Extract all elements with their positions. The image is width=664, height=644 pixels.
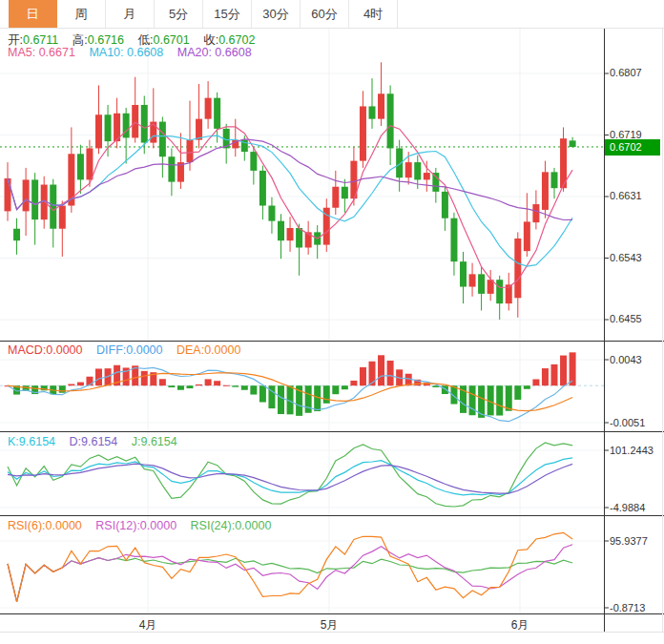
tab-5min[interactable]: 5分 bbox=[155, 0, 203, 28]
last-price-tag: 0.6702 bbox=[605, 139, 660, 156]
tab-4hour[interactable]: 4时 bbox=[349, 0, 398, 28]
rsi6-label: RSI(6): bbox=[8, 519, 46, 532]
chart-area: 日 周 月 5分 15分 30分 60分 4时 开:0.6711 高:0.671… bbox=[0, 0, 664, 644]
dea-label: DEA: bbox=[176, 343, 204, 357]
tab-30min[interactable]: 30分 bbox=[252, 0, 301, 28]
open-label: 开: bbox=[8, 33, 23, 47]
rsi24-label: RSI(24): bbox=[191, 519, 236, 532]
rsi12-value: 0.0000 bbox=[140, 519, 176, 532]
tab-60min[interactable]: 60分 bbox=[301, 0, 349, 28]
diff-value: 0.0000 bbox=[126, 343, 162, 357]
tab-month[interactable]: 月 bbox=[106, 0, 155, 28]
d-value: 9.6154 bbox=[81, 435, 117, 448]
y-tick-main: 0.6543 bbox=[610, 252, 642, 263]
macd-label: MACD: bbox=[8, 343, 46, 357]
macd-value: 0.0000 bbox=[46, 343, 82, 357]
open-value: 0.6711 bbox=[23, 33, 58, 47]
y-tick-main: 0.6455 bbox=[610, 313, 642, 324]
chart-canvas[interactable] bbox=[0, 0, 664, 644]
tab-15min[interactable]: 15分 bbox=[203, 0, 252, 28]
y-tick-macd: 0.0043 bbox=[610, 354, 642, 365]
close-label: 收: bbox=[203, 33, 218, 47]
k-label: K: bbox=[8, 435, 19, 448]
tab-day[interactable]: 日 bbox=[9, 0, 57, 28]
d-label: D: bbox=[70, 435, 82, 448]
kdj-legend: K:9.6154 D:9.6154 J:9.6154 bbox=[8, 435, 188, 448]
low-value: 0.6701 bbox=[153, 33, 189, 47]
low-label: 低: bbox=[137, 33, 153, 47]
ma10-label: MA10: bbox=[89, 46, 123, 59]
j-value: 9.6154 bbox=[140, 435, 176, 448]
y-tick-macd: -0.0051 bbox=[610, 417, 645, 428]
y-tick-kdj: -4.9884 bbox=[610, 502, 645, 513]
high-label: 高: bbox=[73, 33, 88, 47]
dea-value: 0.0000 bbox=[204, 343, 240, 357]
x-label-may: 5月 bbox=[321, 617, 339, 634]
ma5-value: 0.6671 bbox=[39, 46, 75, 59]
x-label-june: 6月 bbox=[511, 617, 529, 634]
close-value: 0.6702 bbox=[218, 33, 255, 47]
y-tick-rsi: -0.8713 bbox=[610, 602, 645, 613]
diff-label: DIFF: bbox=[96, 343, 126, 357]
rsi-legend: RSI(6):0.0000 RSI(12):0.0000 RSI(24):0.0… bbox=[8, 519, 281, 532]
tab-week[interactable]: 周 bbox=[57, 0, 106, 28]
y-tick-rsi: 95.9377 bbox=[610, 535, 648, 547]
ma10-value: 0.6608 bbox=[127, 46, 163, 59]
ma20-label: MA20: bbox=[177, 46, 212, 59]
y-tick-main: 0.6631 bbox=[610, 190, 642, 201]
rsi6-value: 0.0000 bbox=[46, 519, 82, 532]
y-tick-main: 0.6807 bbox=[610, 67, 642, 78]
high-value: 0.6716 bbox=[88, 33, 124, 47]
ma20-value: 0.6608 bbox=[215, 46, 251, 59]
macd-legend: MACD:0.0000 DIFF:0.0000 DEA:0.0000 bbox=[8, 343, 251, 357]
ma-legend: MA5: 0.6671 MA10: 0.6608 MA20: 0.6608 bbox=[8, 46, 262, 59]
x-label-april: 4月 bbox=[139, 617, 157, 634]
y-tick-kdj: 101.2443 bbox=[610, 445, 654, 456]
rsi24-value: 0.0000 bbox=[235, 519, 271, 532]
timeframe-tabbar: 日 周 月 5分 15分 30分 60分 4时 bbox=[0, 0, 664, 29]
ma5-label: MA5: bbox=[8, 46, 35, 59]
rsi12-label: RSI(12): bbox=[95, 519, 140, 532]
k-value: 9.6154 bbox=[19, 435, 55, 448]
